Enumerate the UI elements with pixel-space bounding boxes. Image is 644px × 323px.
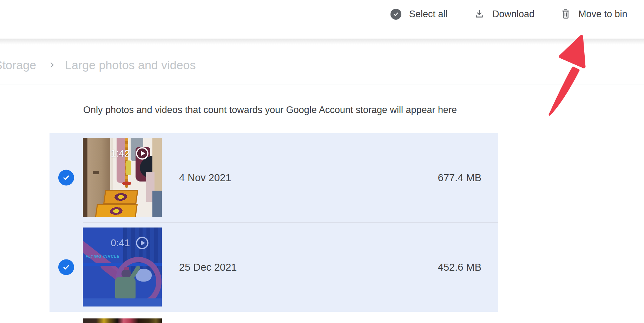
- select-all-label: Select all: [409, 9, 448, 20]
- move-to-bin-label: Move to bin: [578, 9, 627, 20]
- selected-blue-tint-overlay: [83, 228, 162, 306]
- video-thumbnail-partial[interactable]: [83, 318, 162, 323]
- selected-items-block: 1:42 4 Nov 2021 677.4 MB FLYING CIRCLE: [50, 133, 498, 312]
- trash-icon: [561, 9, 571, 19]
- check-circle-icon: [390, 9, 401, 20]
- chevron-right-icon: [48, 61, 56, 69]
- list-item-video-2[interactable]: FLYING CIRCLE 0:41 25 Dec 2021 452.6 MB: [50, 223, 498, 312]
- move-to-bin-button[interactable]: Move to bin: [561, 0, 627, 28]
- video-thumbnail[interactable]: 1:42: [83, 138, 162, 217]
- breadcrumb-storage[interactable]: Storage: [0, 58, 36, 72]
- list-item-video-1[interactable]: 1:42 4 Nov 2021 677.4 MB: [50, 133, 498, 222]
- blue-check-circle-icon[interactable]: [58, 259, 74, 275]
- download-label: Download: [492, 9, 534, 20]
- breadcrumb-current: Large photos and videos: [65, 58, 196, 72]
- breadcrumb-divider: [0, 85, 644, 85]
- item-date: 25 Dec 2021: [179, 262, 237, 273]
- select-all-button[interactable]: Select all: [390, 0, 448, 28]
- item-size: 677.4 MB: [438, 172, 481, 184]
- item-size: 452.6 MB: [438, 262, 481, 273]
- google-storage-manager-page: Select all Download Move to bin Storage …: [0, 0, 644, 323]
- play-circle-icon[interactable]: [136, 147, 149, 160]
- breadcrumb: Storage Large photos and videos: [0, 56, 196, 74]
- download-button[interactable]: Download: [474, 0, 534, 28]
- video-duration: 1:42: [111, 148, 130, 159]
- header-shadow: [0, 39, 644, 45]
- download-icon: [474, 9, 485, 19]
- item-date: 4 Nov 2021: [179, 172, 231, 184]
- video-thumbnail[interactable]: FLYING CIRCLE 0:41: [83, 228, 162, 306]
- selection-toolbar: Select all Download Move to bin: [0, 0, 644, 39]
- info-banner-text: Only photos and videos that count toward…: [83, 105, 457, 116]
- blue-check-circle-icon[interactable]: [58, 170, 74, 186]
